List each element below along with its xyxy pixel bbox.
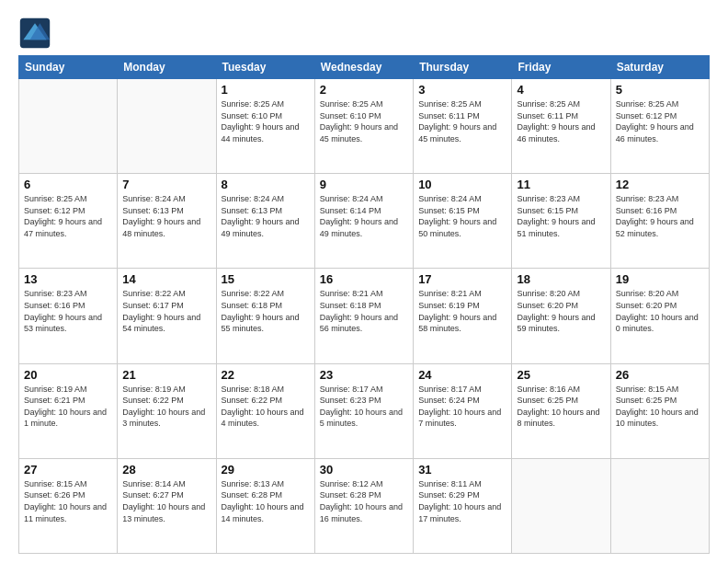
day-number: 17 bbox=[418, 272, 506, 286]
day-info: Sunrise: 8:23 AM Sunset: 6:16 PM Dayligh… bbox=[24, 288, 112, 334]
day-info: Sunrise: 8:25 AM Sunset: 6:11 PM Dayligh… bbox=[517, 98, 605, 144]
day-info: Sunrise: 8:25 AM Sunset: 6:11 PM Dayligh… bbox=[418, 98, 506, 144]
week-row-5: 27Sunrise: 8:15 AM Sunset: 6:26 PM Dayli… bbox=[19, 458, 710, 553]
calendar-cell: 3Sunrise: 8:25 AM Sunset: 6:11 PM Daylig… bbox=[414, 79, 512, 174]
calendar-cell: 2Sunrise: 8:25 AM Sunset: 6:10 PM Daylig… bbox=[314, 79, 413, 174]
day-number: 20 bbox=[24, 368, 112, 382]
day-info: Sunrise: 8:13 AM Sunset: 6:28 PM Dayligh… bbox=[222, 478, 310, 524]
day-info: Sunrise: 8:16 AM Sunset: 6:25 PM Dayligh… bbox=[517, 384, 605, 430]
calendar-cell: 16Sunrise: 8:21 AM Sunset: 6:18 PM Dayli… bbox=[314, 269, 413, 363]
day-number: 1 bbox=[222, 83, 310, 97]
day-info: Sunrise: 8:25 AM Sunset: 6:12 PM Dayligh… bbox=[616, 98, 704, 144]
calendar-cell bbox=[610, 458, 709, 553]
calendar-cell: 22Sunrise: 8:18 AM Sunset: 6:22 PM Dayli… bbox=[216, 363, 314, 458]
week-row-2: 6Sunrise: 8:25 AM Sunset: 6:12 PM Daylig… bbox=[19, 174, 710, 269]
day-number: 31 bbox=[418, 463, 506, 477]
day-number: 23 bbox=[320, 368, 408, 382]
calendar-cell: 21Sunrise: 8:19 AM Sunset: 6:22 PM Dayli… bbox=[118, 363, 216, 458]
calendar-cell bbox=[118, 79, 216, 174]
calendar-table: SundayMondayTuesdayWednesdayThursdayFrid… bbox=[18, 55, 710, 554]
weekday-header-saturday: Saturday bbox=[610, 56, 709, 79]
day-number: 15 bbox=[222, 272, 310, 286]
calendar-cell: 20Sunrise: 8:19 AM Sunset: 6:21 PM Dayli… bbox=[19, 363, 118, 458]
day-number: 10 bbox=[418, 178, 506, 191]
day-info: Sunrise: 8:15 AM Sunset: 6:25 PM Dayligh… bbox=[616, 384, 704, 430]
day-number: 22 bbox=[222, 368, 310, 382]
calendar-cell: 1Sunrise: 8:25 AM Sunset: 6:10 PM Daylig… bbox=[216, 79, 314, 174]
weekday-header-row: SundayMondayTuesdayWednesdayThursdayFrid… bbox=[19, 56, 710, 79]
calendar-cell: 15Sunrise: 8:22 AM Sunset: 6:18 PM Dayli… bbox=[216, 269, 314, 363]
calendar-cell: 19Sunrise: 8:20 AM Sunset: 6:20 PM Dayli… bbox=[610, 269, 709, 363]
day-number: 2 bbox=[320, 83, 408, 97]
day-number: 6 bbox=[24, 178, 112, 191]
day-number: 7 bbox=[122, 178, 210, 191]
day-info: Sunrise: 8:21 AM Sunset: 6:18 PM Dayligh… bbox=[320, 288, 408, 334]
day-info: Sunrise: 8:23 AM Sunset: 6:16 PM Dayligh… bbox=[616, 193, 704, 239]
header bbox=[18, 17, 710, 50]
calendar-cell: 6Sunrise: 8:25 AM Sunset: 6:12 PM Daylig… bbox=[19, 174, 118, 269]
calendar-cell: 27Sunrise: 8:15 AM Sunset: 6:26 PM Dayli… bbox=[19, 458, 118, 553]
weekday-header-wednesday: Wednesday bbox=[314, 56, 413, 79]
day-info: Sunrise: 8:24 AM Sunset: 6:13 PM Dayligh… bbox=[222, 193, 310, 239]
calendar-cell: 25Sunrise: 8:16 AM Sunset: 6:25 PM Dayli… bbox=[512, 363, 610, 458]
day-number: 8 bbox=[222, 178, 310, 191]
day-number: 30 bbox=[320, 463, 408, 477]
calendar-cell: 8Sunrise: 8:24 AM Sunset: 6:13 PM Daylig… bbox=[216, 174, 314, 269]
calendar-cell: 10Sunrise: 8:24 AM Sunset: 6:15 PM Dayli… bbox=[414, 174, 512, 269]
day-info: Sunrise: 8:12 AM Sunset: 6:28 PM Dayligh… bbox=[320, 478, 408, 524]
calendar-cell: 11Sunrise: 8:23 AM Sunset: 6:15 PM Dayli… bbox=[512, 174, 610, 269]
day-number: 13 bbox=[24, 272, 112, 286]
calendar-cell bbox=[19, 79, 118, 174]
weekday-header-tuesday: Tuesday bbox=[216, 56, 314, 79]
day-info: Sunrise: 8:25 AM Sunset: 6:12 PM Dayligh… bbox=[24, 193, 112, 239]
day-info: Sunrise: 8:22 AM Sunset: 6:18 PM Dayligh… bbox=[222, 288, 310, 334]
day-number: 5 bbox=[616, 83, 704, 97]
day-info: Sunrise: 8:18 AM Sunset: 6:22 PM Dayligh… bbox=[222, 384, 310, 430]
weekday-header-thursday: Thursday bbox=[414, 56, 512, 79]
day-info: Sunrise: 8:17 AM Sunset: 6:23 PM Dayligh… bbox=[320, 384, 408, 430]
calendar-cell: 14Sunrise: 8:22 AM Sunset: 6:17 PM Dayli… bbox=[118, 269, 216, 363]
weekday-header-monday: Monday bbox=[118, 56, 216, 79]
day-number: 29 bbox=[222, 463, 310, 477]
day-info: Sunrise: 8:24 AM Sunset: 6:15 PM Dayligh… bbox=[418, 193, 506, 239]
weekday-header-sunday: Sunday bbox=[19, 56, 118, 79]
day-number: 26 bbox=[616, 368, 704, 382]
calendar-cell: 24Sunrise: 8:17 AM Sunset: 6:24 PM Dayli… bbox=[414, 363, 512, 458]
calendar-cell: 31Sunrise: 8:11 AM Sunset: 6:29 PM Dayli… bbox=[414, 458, 512, 553]
calendar-cell: 28Sunrise: 8:14 AM Sunset: 6:27 PM Dayli… bbox=[118, 458, 216, 553]
day-number: 4 bbox=[517, 83, 605, 97]
page: SundayMondayTuesdayWednesdayThursdayFrid… bbox=[0, 0, 728, 563]
day-info: Sunrise: 8:11 AM Sunset: 6:29 PM Dayligh… bbox=[418, 478, 506, 524]
day-number: 18 bbox=[517, 272, 605, 286]
week-row-1: 1Sunrise: 8:25 AM Sunset: 6:10 PM Daylig… bbox=[19, 79, 710, 174]
day-number: 21 bbox=[122, 368, 210, 382]
calendar-cell: 7Sunrise: 8:24 AM Sunset: 6:13 PM Daylig… bbox=[118, 174, 216, 269]
day-number: 24 bbox=[418, 368, 506, 382]
logo-icon bbox=[18, 17, 51, 50]
calendar-cell: 29Sunrise: 8:13 AM Sunset: 6:28 PM Dayli… bbox=[216, 458, 314, 553]
calendar-cell: 5Sunrise: 8:25 AM Sunset: 6:12 PM Daylig… bbox=[610, 79, 709, 174]
day-info: Sunrise: 8:24 AM Sunset: 6:13 PM Dayligh… bbox=[122, 193, 210, 239]
day-info: Sunrise: 8:17 AM Sunset: 6:24 PM Dayligh… bbox=[418, 384, 506, 430]
day-number: 12 bbox=[616, 178, 704, 191]
logo bbox=[18, 17, 53, 50]
calendar-cell: 9Sunrise: 8:24 AM Sunset: 6:14 PM Daylig… bbox=[314, 174, 413, 269]
day-number: 28 bbox=[122, 463, 210, 477]
calendar-cell: 12Sunrise: 8:23 AM Sunset: 6:16 PM Dayli… bbox=[610, 174, 709, 269]
day-info: Sunrise: 8:14 AM Sunset: 6:27 PM Dayligh… bbox=[122, 478, 210, 524]
calendar-cell: 13Sunrise: 8:23 AM Sunset: 6:16 PM Dayli… bbox=[19, 269, 118, 363]
day-info: Sunrise: 8:20 AM Sunset: 6:20 PM Dayligh… bbox=[616, 288, 704, 334]
day-number: 9 bbox=[320, 178, 408, 191]
day-number: 25 bbox=[517, 368, 605, 382]
day-info: Sunrise: 8:23 AM Sunset: 6:15 PM Dayligh… bbox=[517, 193, 605, 239]
day-info: Sunrise: 8:25 AM Sunset: 6:10 PM Dayligh… bbox=[320, 98, 408, 144]
calendar-cell: 26Sunrise: 8:15 AM Sunset: 6:25 PM Dayli… bbox=[610, 363, 709, 458]
day-info: Sunrise: 8:24 AM Sunset: 6:14 PM Dayligh… bbox=[320, 193, 408, 239]
day-number: 16 bbox=[320, 272, 408, 286]
weekday-header-friday: Friday bbox=[512, 56, 610, 79]
calendar-cell: 17Sunrise: 8:21 AM Sunset: 6:19 PM Dayli… bbox=[414, 269, 512, 363]
day-info: Sunrise: 8:15 AM Sunset: 6:26 PM Dayligh… bbox=[24, 478, 112, 524]
day-info: Sunrise: 8:19 AM Sunset: 6:22 PM Dayligh… bbox=[122, 384, 210, 430]
day-info: Sunrise: 8:19 AM Sunset: 6:21 PM Dayligh… bbox=[24, 384, 112, 430]
day-number: 11 bbox=[517, 178, 605, 191]
